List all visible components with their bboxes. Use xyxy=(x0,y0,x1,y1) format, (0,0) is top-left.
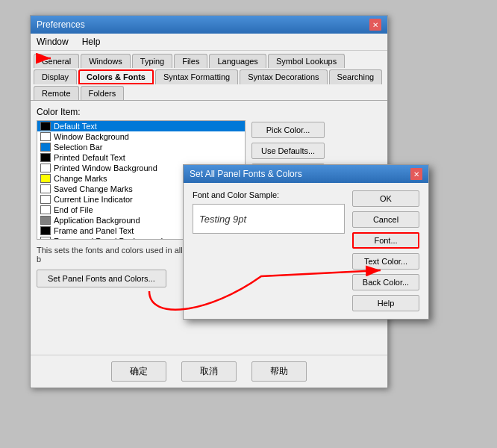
tab-symbol-lookups[interactable]: Symbol Lookups xyxy=(268,54,345,68)
set-all-ok-button[interactable]: OK xyxy=(352,190,419,207)
dialog-footer: 确定 取消 帮助 xyxy=(31,355,387,388)
color-item-label: Color Item: xyxy=(37,107,381,117)
swatch-change-marks xyxy=(40,174,51,183)
preferences-close-button[interactable]: ✕ xyxy=(369,19,381,31)
tab-typing[interactable]: Typing xyxy=(132,54,172,68)
tab-colors-fonts[interactable]: Colors & Fonts xyxy=(78,69,154,84)
menu-bar: Window Help xyxy=(31,34,387,51)
swatch-selection-bar xyxy=(40,143,51,152)
tab-general[interactable]: General xyxy=(34,54,79,68)
swatch-saved-change-marks xyxy=(40,184,51,193)
set-all-sample-area: Font and Color Sample: Testing 9pt xyxy=(193,190,345,311)
swatch-window-bg xyxy=(40,132,51,141)
preferences-title: Preferences xyxy=(37,19,85,30)
menu-window[interactable]: Window xyxy=(34,35,72,49)
swatch-end-of-file xyxy=(40,205,51,214)
swatch-app-bg xyxy=(40,216,51,225)
color-item-window-bg[interactable]: Window Background xyxy=(37,131,245,142)
tab-folders[interactable]: Folders xyxy=(81,86,125,100)
set-all-layout: Font and Color Sample: Testing 9pt OK Ca… xyxy=(193,190,419,311)
set-all-buttons: OK Cancel Font... Text Color... Back Col… xyxy=(352,190,419,311)
set-all-title: Set All Panel Fonts & Colors xyxy=(190,169,302,179)
preferences-titlebar: Preferences ✕ xyxy=(31,16,387,34)
set-all-content: Font and Color Sample: Testing 9pt OK Ca… xyxy=(184,183,428,319)
set-all-dialog: Set All Panel Fonts & Colors ✕ Font and … xyxy=(183,164,429,320)
swatch-frame-panel-text xyxy=(40,226,51,235)
set-all-cancel-button[interactable]: Cancel xyxy=(352,211,419,228)
swatch-default-text xyxy=(40,122,51,131)
tab-languages[interactable]: Languages xyxy=(209,54,266,68)
cancel-button[interactable]: 取消 xyxy=(181,361,237,382)
tab-display[interactable]: Display xyxy=(34,69,77,84)
set-panel-fonts-button[interactable]: Set Panel Fonts and Colors... xyxy=(37,270,166,287)
set-all-back-color-button[interactable]: Back Color... xyxy=(352,274,419,290)
pick-color-button[interactable]: Pick Color... xyxy=(251,122,325,138)
swatch-current-line xyxy=(40,195,51,204)
tab-remote[interactable]: Remote xyxy=(34,86,79,100)
set-all-titlebar: Set All Panel Fonts & Colors ✕ xyxy=(184,165,428,183)
menu-help[interactable]: Help xyxy=(79,35,104,49)
set-all-close-button[interactable]: ✕ xyxy=(410,168,422,180)
swatch-printed-default xyxy=(40,153,51,162)
swatch-printed-window-bg xyxy=(40,164,51,172)
color-item-default-text[interactable]: Default Text xyxy=(37,121,245,131)
color-item-printed-default[interactable]: Printed Default Text xyxy=(37,152,245,163)
font-sample-text: Testing 9pt xyxy=(199,214,246,225)
set-all-text-color-button[interactable]: Text Color... xyxy=(352,253,419,270)
set-all-font-button[interactable]: Font... xyxy=(352,232,419,249)
tab-searching[interactable]: Searching xyxy=(329,69,383,84)
font-sample-box: Testing 9pt xyxy=(193,204,345,234)
color-item-selection-bar[interactable]: Selection Bar xyxy=(37,142,245,152)
tab-syntax-formatting[interactable]: Syntax Formatting xyxy=(155,69,238,84)
tab-files[interactable]: Files xyxy=(174,54,207,68)
font-color-sample-label: Font and Color Sample: xyxy=(193,190,345,199)
tab-syntax-decorations[interactable]: Syntax Decorations xyxy=(240,69,327,84)
help-button[interactable]: 帮助 xyxy=(251,361,307,382)
tab-bar: General Windows Typing Files Languages S… xyxy=(31,51,387,101)
swatch-frame-panel-bg xyxy=(40,237,51,240)
ok-button[interactable]: 确定 xyxy=(111,361,166,382)
tab-windows[interactable]: Windows xyxy=(81,54,131,68)
use-defaults-button[interactable]: Use Defaults... xyxy=(251,143,325,159)
set-all-help-button[interactable]: Help xyxy=(352,295,419,311)
